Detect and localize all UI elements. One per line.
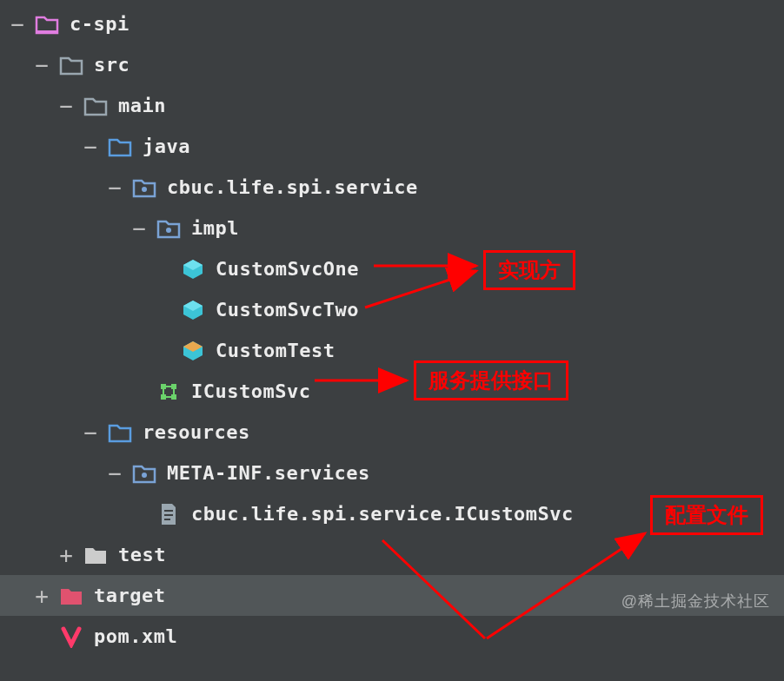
expand-toggle[interactable]: +: [54, 542, 78, 568]
tree-item-interface[interactable]: ICustomSvc: [0, 371, 784, 412]
tree-label: ICustomSvc: [191, 380, 310, 402]
resources-folder-icon: [108, 420, 132, 445]
collapse-toggle[interactable]: −: [78, 134, 103, 160]
expand-toggle[interactable]: +: [30, 583, 54, 609]
excluded-folder-icon: [59, 584, 83, 608]
tree-label: CustomTest: [216, 340, 335, 361]
collapse-toggle[interactable]: −: [30, 52, 54, 78]
tree-item-class-one[interactable]: CustomSvcOne: [0, 248, 784, 289]
svg-point-2: [166, 228, 171, 233]
tree-label: c-spi: [70, 13, 130, 35]
interface-icon: [156, 380, 181, 404]
tree-item-java[interactable]: − java: [0, 126, 784, 167]
folder-icon: [59, 53, 83, 77]
source-folder-icon: [108, 135, 132, 159]
tree-item-resources[interactable]: − resources: [0, 412, 784, 453]
svg-point-17: [142, 473, 147, 478]
folder-icon: [83, 94, 108, 118]
tree-item-package[interactable]: − cbuc.life.spi.service: [0, 167, 784, 208]
svg-rect-12: [171, 394, 176, 400]
svg-rect-0: [37, 30, 57, 33]
tree-item-test[interactable]: + test: [0, 534, 784, 575]
annotation-config: 配置文件: [650, 495, 763, 535]
tree-label: cbuc.life.spi.service: [167, 176, 418, 198]
annotation-interface: 服务提供接口: [414, 360, 568, 400]
tree-label: META-INF.services: [167, 462, 370, 484]
package-folder-icon: [132, 175, 156, 200]
tree-label: cbuc.life.spi.service.ICustomSvc: [191, 503, 574, 525]
tree-label: test: [118, 544, 166, 565]
svg-rect-9: [161, 384, 166, 389]
annotation-impl: 实现方: [483, 250, 575, 290]
tree-item-src[interactable]: − src: [0, 44, 784, 85]
tree-label: CustomSvcTwo: [216, 299, 359, 321]
collapse-toggle[interactable]: −: [78, 420, 103, 446]
text-file-icon: [156, 502, 181, 526]
tree-item-pom[interactable]: pom.xml: [0, 616, 784, 657]
tree-item-main[interactable]: − main: [0, 85, 784, 126]
collapse-toggle[interactable]: −: [54, 93, 78, 119]
tree-label: impl: [191, 217, 239, 239]
tree-label: CustomSvcOne: [216, 258, 359, 280]
svg-rect-11: [161, 394, 166, 400]
tree-item-class-two[interactable]: CustomSvcTwo: [0, 289, 784, 330]
package-folder-icon: [156, 216, 181, 241]
maven-icon: [59, 625, 83, 649]
tree-label: java: [143, 136, 190, 157]
svg-rect-10: [171, 384, 176, 389]
collapse-toggle[interactable]: −: [103, 460, 127, 486]
tree-label: main: [118, 95, 166, 116]
module-folder-icon: [35, 12, 59, 36]
test-class-icon: [181, 339, 205, 363]
class-icon: [181, 298, 205, 322]
tree-label: src: [94, 54, 130, 76]
tree-label: resources: [143, 421, 250, 443]
tree-label: target: [94, 585, 165, 606]
collapse-toggle[interactable]: −: [103, 175, 127, 201]
svg-point-1: [142, 187, 147, 192]
package-folder-icon: [132, 461, 156, 486]
tree-item-test-class[interactable]: CustomTest: [0, 330, 784, 371]
tree-item-impl[interactable]: − impl: [0, 208, 784, 248]
folder-solid-icon: [83, 543, 108, 567]
tree-item-metainf[interactable]: − META-INF.services: [0, 453, 784, 493]
tree-item-root[interactable]: − c-spi: [0, 3, 784, 44]
watermark: @稀土掘金技术社区: [621, 591, 770, 612]
class-icon: [181, 257, 205, 281]
tree-label: pom.xml: [94, 625, 177, 647]
collapse-toggle[interactable]: −: [5, 11, 30, 37]
collapse-toggle[interactable]: −: [127, 215, 151, 241]
